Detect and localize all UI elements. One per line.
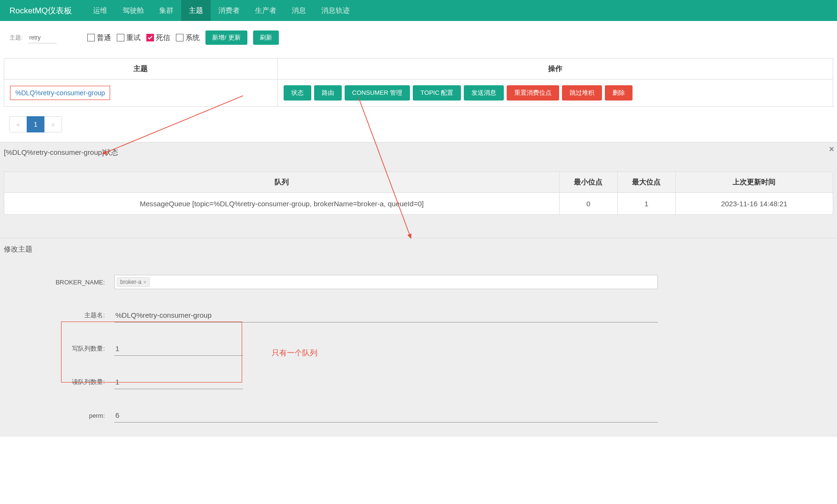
broker-name-input[interactable]: broker-a × (114, 275, 658, 289)
nav-dashboard[interactable]: 驾驶舱 (115, 0, 152, 21)
checkbox-label: 普通 (97, 33, 111, 42)
col-time: 上次更新时间 (675, 172, 833, 193)
modify-title: 修改主题 (0, 238, 837, 261)
nav-topic[interactable]: 主题 (181, 0, 211, 21)
annotation-box (61, 322, 242, 383)
page-prev[interactable]: « (9, 116, 27, 132)
nav-cluster[interactable]: 集群 (152, 0, 181, 21)
filter-input[interactable] (28, 32, 57, 43)
chip-label: broker-a (120, 279, 142, 285)
route-button[interactable]: 路由 (314, 85, 342, 101)
perm-input[interactable] (114, 408, 658, 423)
table-row: %DLQ%retry-consumer-group 状态 路由 CONSUMER… (4, 80, 833, 107)
checkbox-dlq[interactable]: 死信 (146, 33, 170, 42)
send-message-button[interactable]: 发送消息 (464, 85, 504, 101)
status-row: MessageQueue [topic=%DLQ%retry-consumer-… (4, 193, 833, 215)
checkbox-icon (87, 34, 95, 41)
cell-time: 2023-11-16 14:48:21 (675, 193, 833, 215)
delete-button[interactable]: 删除 (605, 85, 633, 101)
topic-table: 主题 操作 %DLQ%retry-consumer-group 状态 路由 CO… (4, 58, 833, 107)
nav-message[interactable]: 消息 (284, 0, 314, 21)
perm-label: perm: (10, 412, 114, 419)
navbar-brand: RocketMQ仪表板 (6, 5, 76, 16)
broker-name-label: BROKER_NAME: (10, 279, 114, 286)
topic-link[interactable]: %DLQ%retry-consumer-group (10, 86, 110, 100)
checkbox-icon (146, 34, 154, 41)
chip-close-icon[interactable]: × (143, 279, 146, 285)
add-update-button[interactable]: 新增/ 更新 (205, 30, 247, 45)
col-topic: 主题 (4, 59, 278, 80)
cell-min: 0 (560, 193, 618, 215)
status-table: 队列 最小位点 最大位点 上次更新时间 MessageQueue [topic=… (4, 171, 833, 215)
topic-name-input[interactable] (114, 308, 658, 323)
pagination: « 1 » (10, 116, 827, 132)
navbar: RocketMQ仪表板 运维 驾驶舱 集群 主题 消费者 生产者 消息 消息轨迹 (0, 0, 837, 21)
checkbox-label: 重试 (126, 33, 141, 42)
checkbox-retry[interactable]: 重试 (117, 33, 141, 42)
consumer-manage-button[interactable]: CONSUMER 管理 (345, 85, 410, 101)
close-icon[interactable]: × (829, 144, 834, 154)
topic-name-label: 主题名: (10, 311, 114, 320)
nav-ops[interactable]: 运维 (85, 0, 115, 21)
page-next[interactable]: » (44, 116, 62, 132)
checkbox-icon (117, 34, 124, 41)
filter-bar: 主题: 普通 重试 死信 系统 新增/ 更新 刷新 (0, 21, 837, 50)
topic-config-button[interactable]: TOPIC 配置 (413, 85, 461, 101)
checkbox-icon (176, 34, 184, 41)
reset-offset-button[interactable]: 重置消费位点 (507, 85, 559, 101)
checkbox-system[interactable]: 系统 (176, 33, 200, 42)
col-max: 最大位点 (617, 172, 675, 193)
nav-message-trace[interactable]: 消息轨迹 (314, 0, 357, 21)
filter-label: 主题: (10, 34, 22, 42)
status-button[interactable]: 状态 (284, 85, 311, 101)
page-1[interactable]: 1 (27, 116, 45, 132)
checkbox-label: 死信 (156, 33, 170, 42)
skip-accumulate-button[interactable]: 跳过堆积 (562, 85, 602, 101)
cell-max: 1 (617, 193, 675, 215)
modify-form: BROKER_NAME: broker-a × 主题名: 写队列数量: 读队列数… (0, 261, 837, 437)
checkbox-normal[interactable]: 普通 (87, 33, 111, 42)
col-queue: 队列 (4, 172, 560, 193)
nav-producer[interactable]: 生产者 (247, 0, 284, 21)
annotation-text: 只有一个队列 (272, 348, 317, 358)
ops-buttons: 状态 路由 CONSUMER 管理 TOPIC 配置 发送消息 重置消费位点 跳… (284, 85, 827, 101)
nav-consumer[interactable]: 消费者 (211, 0, 247, 21)
col-ops: 操作 (277, 59, 833, 80)
refresh-button[interactable]: 刷新 (253, 30, 279, 45)
status-title: [%DLQ%retry-consumer-group]状态 (0, 142, 837, 163)
broker-chip: broker-a × (117, 277, 150, 287)
checkbox-label: 系统 (185, 33, 200, 42)
cell-queue: MessageQueue [topic=%DLQ%retry-consumer-… (4, 193, 560, 215)
col-min: 最小位点 (560, 172, 618, 193)
status-section: × [%DLQ%retry-consumer-group]状态 队列 最小位点 … (0, 142, 837, 238)
